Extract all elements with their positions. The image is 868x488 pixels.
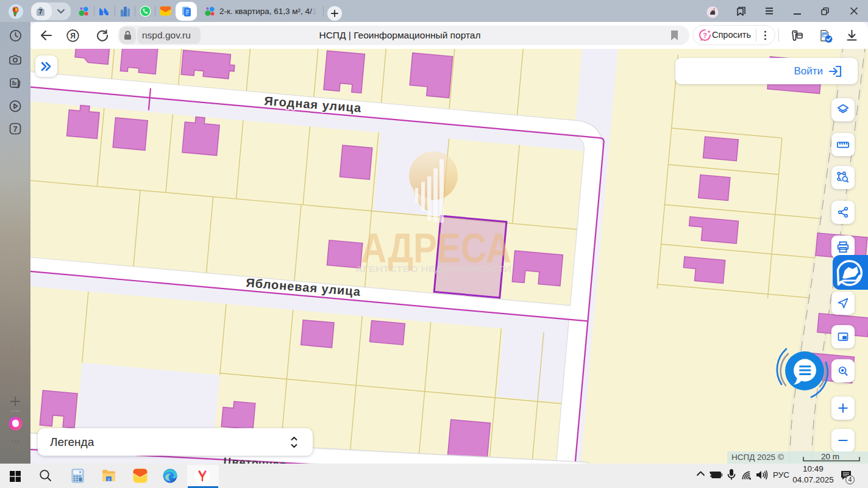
svg-text:Я: Я	[70, 32, 76, 40]
svg-text:7: 7	[38, 8, 42, 15]
svg-text:?: ?	[703, 32, 707, 39]
svg-text:АГЕНТСТВО НЕДВИЖИМОСТИ: АГЕНТСТВО НЕДВИЖИМОСТИ	[355, 264, 511, 274]
svg-text:7: 7	[13, 125, 18, 134]
